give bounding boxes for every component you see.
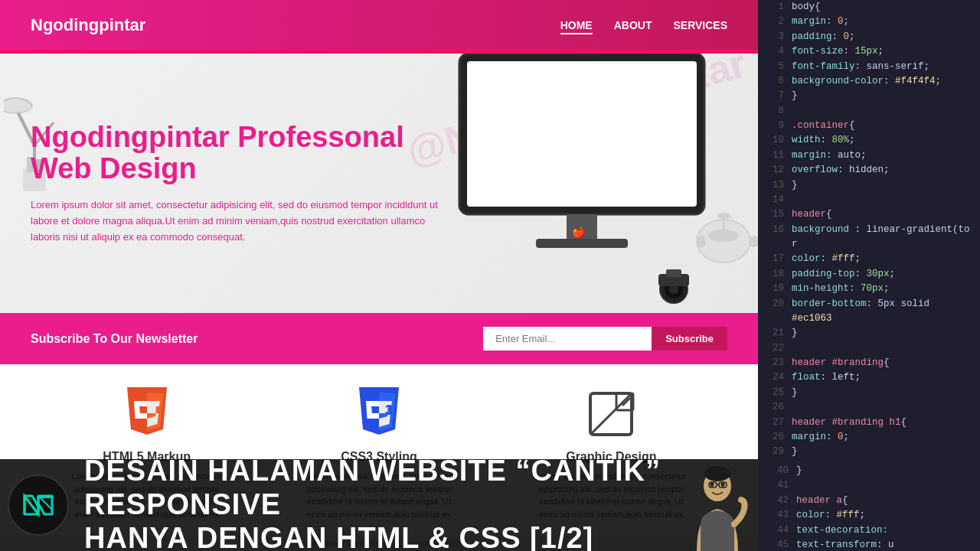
site-nav: HOME ABOUT SERVICES: [560, 18, 727, 32]
svg-rect-8: [467, 61, 697, 207]
code-line-12: 12 overflow: hidden;: [758, 163, 980, 178]
code-line-13: 13 }: [758, 178, 980, 193]
bottom-overlay: DESAIN HALAMAN WEBSITE “CANTIK” RESPONSI…: [0, 459, 758, 551]
code-line-29: 29 }: [758, 445, 980, 459]
svg-point-38: [704, 466, 730, 481]
code-line-14: 14: [758, 193, 980, 207]
code-line-22: 22: [758, 341, 980, 356]
channel-logo: [8, 474, 69, 536]
svg-point-39: [710, 482, 714, 487]
code-line-20: 20 border-bottom: 5px solid #ec1063: [758, 297, 980, 327]
overlay-title: DESAIN HALAMAN WEBSITE “CANTIK” RESPONSI…: [84, 455, 743, 551]
main-area: Ngodingpintar HOME ABOUT SERVICES @Ngood…: [0, 0, 758, 551]
code-line-4: 4 font-size: 15px;: [758, 44, 980, 59]
email-input[interactable]: [483, 327, 652, 350]
nav-link-home[interactable]: HOME: [560, 19, 593, 34]
code-line-23: 23 header #branding{: [758, 356, 980, 370]
hero-content: Ngodingpintar Professonal Web Design Lor…: [31, 122, 452, 246]
presenter-area: [681, 463, 754, 551]
bottom-right-code: 40 } 41 42 header a{ 43 color: #fff; 44 …: [758, 459, 980, 551]
svg-text:3: 3: [385, 403, 393, 418]
nav-item-about[interactable]: ABOUT: [614, 18, 652, 32]
nav-link-about[interactable]: ABOUT: [614, 19, 652, 31]
code-line-9: 9 .container{: [758, 119, 980, 133]
bottom-code-40: 40 }: [763, 464, 975, 478]
code-line-25: 25 }: [758, 386, 980, 400]
code-line-6: 6 background-color: #f4f4f4;: [758, 74, 980, 89]
svg-text:🍎: 🍎: [572, 226, 586, 239]
code-line-2: 2 margin: 0;: [758, 15, 980, 29]
code-line-15: 15 header{: [758, 207, 980, 222]
overlay-title-line1: DESAIN HALAMAN WEBSITE “CANTIK” RESPONSI…: [84, 455, 661, 520]
code-line-27: 27 header #branding h1{: [758, 416, 980, 430]
subscribe-button[interactable]: Subscribe: [652, 327, 727, 350]
code-line-5: 5 font-family: sans-serif;: [758, 60, 980, 74]
code-line-28: 28 margin: 0;: [758, 430, 980, 445]
code-panel: 1 body{ 2 margin: 0; 3 padding: 0; 4 fon…: [758, 0, 980, 459]
newsletter-heading: Subscribe To Our Newsletter: [31, 332, 198, 346]
code-line-8: 8: [758, 104, 980, 119]
code-line-7: 7 }: [758, 89, 980, 103]
bottom-code-41: 41: [763, 478, 975, 493]
css3-icon: 3: [352, 387, 406, 441]
newsletter-section: Subscribe To Our Newsletter Subscribe: [0, 313, 758, 364]
code-line-10: 10 width: 80%;: [758, 133, 980, 148]
svg-point-40: [721, 482, 725, 487]
html5-icon: [120, 387, 174, 441]
nav-item-home[interactable]: HOME: [560, 18, 593, 32]
bottom-code-43: 43 color: #fff;: [763, 508, 975, 523]
code-line-11: 11 margin: auto;: [758, 148, 980, 163]
code-line-19: 19 min-height: 70px;: [758, 282, 980, 296]
svg-rect-10: [536, 239, 628, 248]
code-line-3: 3 padding: 0;: [758, 30, 980, 44]
hero-description: Lorem ipsum dolor sit amet, consectetur …: [31, 197, 452, 245]
nav-link-services[interactable]: SERVICES: [673, 19, 727, 31]
code-line-21: 21 }: [758, 326, 980, 341]
svg-point-14: [717, 213, 730, 219]
hero-title: Ngodingpintar Professonal Web Design: [31, 122, 452, 186]
newsletter-form: Subscribe: [483, 327, 727, 350]
teapot-decoration: [689, 191, 758, 268]
code-line-24: 24 float: left;: [758, 370, 980, 385]
code-line-16: 16 background : linear-gradient(to r: [758, 223, 980, 253]
code-line-18: 18 padding-top: 30px;: [758, 267, 980, 282]
code-line-17: 17 color: #fff;: [758, 252, 980, 266]
nav-item-services[interactable]: SERVICES: [673, 18, 727, 32]
code-line-1: 1 body{: [758, 0, 980, 15]
bottom-code-44: 44 text-decoration:: [763, 523, 975, 538]
bottom-code-42: 42 header a{: [763, 494, 975, 508]
svg-line-30: [590, 393, 632, 435]
hero-section: @Ngooding Pintar: [0, 54, 758, 313]
site-header: Ngodingpintar HOME ABOUT SERVICES: [0, 0, 758, 54]
site-branding: Ngodingpintar: [31, 15, 145, 35]
svg-point-13: [708, 230, 739, 242]
overlay-title-line2: HANYA DENGAN HTML & CSS [1/2]: [84, 522, 743, 551]
code-line-26: 26: [758, 400, 980, 415]
brand-name: Ngodingpintar: [31, 15, 145, 35]
bottom-code-45: 45 text-transform: u: [763, 538, 975, 551]
monitor-graphic: 🍎: [421, 54, 743, 276]
design-icon: [584, 387, 638, 441]
